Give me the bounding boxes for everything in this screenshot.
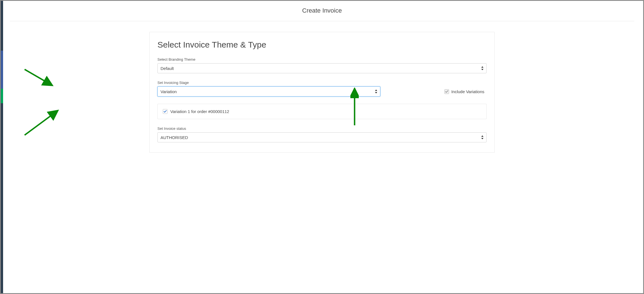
form-card: Select Invoice Theme & Type Select Brand…: [149, 32, 495, 153]
select-invoice-status-value: AUTHORISED: [161, 135, 188, 140]
group-invoice-status: Set Invoice status AUTHORISED: [157, 126, 487, 142]
group-variations-list: Variation 1 for order #00000112: [157, 104, 487, 119]
checkbox-include-variations[interactable]: [444, 89, 449, 94]
select-invoicing-stage-wrap: Variation: [157, 86, 380, 97]
select-invoicing-stage[interactable]: Variation: [157, 86, 380, 97]
annotation-arrow: [23, 68, 57, 90]
label-branding-theme: Select Branding Theme: [157, 57, 487, 62]
label-include-variations: Include Variations: [451, 89, 484, 94]
checkbox-variation-item[interactable]: [163, 109, 168, 114]
include-variations-wrap: Include Variations: [444, 89, 487, 94]
select-invoice-status[interactable]: AUTHORISED: [157, 132, 487, 142]
row-stage-include: Variation Include Variations: [157, 86, 487, 97]
select-invoice-status-wrap: AUTHORISED: [157, 132, 487, 142]
variation-item-label: Variation 1 for order #00000112: [170, 109, 229, 114]
annotation-arrow: [23, 107, 62, 138]
modal-shell: Create Invoice Select Invoice Theme & Ty…: [0, 0, 644, 294]
select-branding-theme-value: Default: [161, 66, 174, 71]
svg-line-1: [25, 111, 57, 135]
page-title: Create Invoice: [10, 1, 634, 21]
card-title: Select Invoice Theme & Type: [157, 40, 487, 50]
label-invoice-status: Set Invoice status: [157, 126, 487, 131]
label-invoicing-stage: Set Invoicing Stage: [157, 81, 487, 85]
select-branding-theme[interactable]: Default: [157, 63, 487, 73]
variations-box: Variation 1 for order #00000112: [157, 104, 487, 119]
group-branding-theme: Select Branding Theme Default: [157, 57, 487, 73]
group-invoicing-stage: Set Invoicing Stage Variation Include Va…: [157, 81, 487, 97]
select-branding-theme-wrap: Default: [157, 63, 487, 73]
svg-line-0: [25, 69, 51, 85]
left-edge-accent: [1, 1, 3, 293]
select-invoicing-stage-value: Variation: [161, 89, 177, 94]
